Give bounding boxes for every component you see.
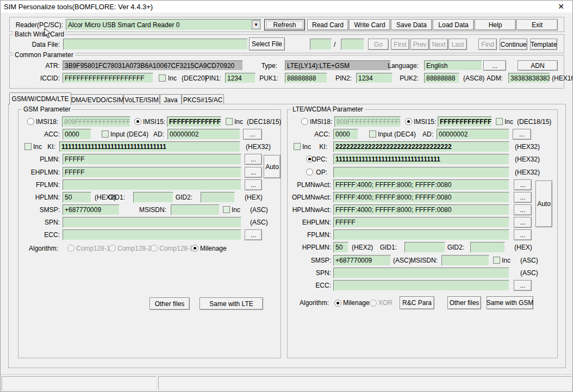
gsm-imsi-inc-checkbox[interactable] xyxy=(226,118,233,125)
record-index-input[interactable] xyxy=(310,39,332,50)
lte-plmnwact-label: PLMNwAct: xyxy=(288,179,331,190)
iccid-field[interactable]: FFFFFFFFFFFFFFFFFFFF xyxy=(63,73,153,83)
lte-same-with-gsm-button[interactable]: Same with GSM xyxy=(487,296,533,309)
lte-auto-button[interactable]: Auto xyxy=(535,181,552,227)
save-data-button[interactable]: Save Data xyxy=(391,19,432,30)
lte-oplmnwact-more-button[interactable]: ... xyxy=(514,192,532,203)
reader-combobox[interactable]: Alcor Micro USB Smart Card Reader 0 ▼ xyxy=(66,19,261,30)
pin2-field[interactable]: 1234 xyxy=(356,73,393,83)
gsm-gid1-field[interactable] xyxy=(133,192,173,203)
load-data-button[interactable]: Load Data xyxy=(433,19,474,30)
gsm-other-files-button[interactable]: Other files xyxy=(150,297,190,310)
record-total-input[interactable] xyxy=(341,39,364,50)
lte-op-field[interactable] xyxy=(333,167,509,178)
help-button[interactable]: Help xyxy=(475,19,516,30)
lte-fplmn-field[interactable] xyxy=(333,229,509,240)
gsm-ecc-field[interactable] xyxy=(63,229,241,240)
lte-ad-more-button[interactable]: ... xyxy=(513,129,531,140)
lte-plmnwact-more-button[interactable]: ... xyxy=(514,179,532,190)
language-field[interactable]: English xyxy=(424,60,482,71)
lte-gid1-field[interactable] xyxy=(404,242,445,253)
lte-imsi18-radio[interactable] xyxy=(301,118,308,125)
gsm-hplmn-field[interactable]: 50 xyxy=(63,192,91,203)
gsm-spn-field[interactable] xyxy=(63,217,241,228)
tab-pkcs15-ac[interactable]: PKCS#15/AC xyxy=(182,94,224,105)
chevron-down-icon[interactable]: ▼ xyxy=(252,20,260,29)
gsm-alg-milenage-radio[interactable] xyxy=(191,245,198,252)
iccid-inc-checkbox[interactable] xyxy=(159,74,166,82)
gsm-auto-button[interactable]: Auto xyxy=(264,155,281,178)
gsm-ad-field[interactable]: 00000002 xyxy=(167,129,240,140)
data-file-input[interactable] xyxy=(63,39,248,50)
gsm-acc-field[interactable]: 0000 xyxy=(63,129,91,140)
lte-hpplmn-field[interactable]: 50 xyxy=(333,242,348,253)
lte-imsi15-radio[interactable] xyxy=(405,118,412,125)
lte-smsp-field[interactable]: +687770009 xyxy=(333,255,391,266)
lte-imsi15-field[interactable]: FFFFFFFFFFFFFFF xyxy=(438,116,492,127)
template-button[interactable]: Template xyxy=(530,39,557,50)
gsm-fplmn-field[interactable] xyxy=(63,179,241,190)
close-icon[interactable]: ✕ xyxy=(553,2,569,11)
gsm-ecc-more-button[interactable]: ... xyxy=(245,229,262,240)
refresh-button[interactable]: Refresh xyxy=(264,19,305,30)
gsm-acc-input-checkbox[interactable] xyxy=(102,130,109,138)
write-card-button[interactable]: Write Card xyxy=(349,19,390,30)
lte-msisdn-field[interactable] xyxy=(441,255,489,266)
puk1-field[interactable]: 88888888 xyxy=(285,73,327,83)
gsm-ki-inc-checkbox[interactable] xyxy=(24,143,32,150)
gsm-same-with-lte-button[interactable]: Same with LTE xyxy=(200,297,263,310)
gsm-imsi15-radio[interactable] xyxy=(134,118,141,125)
gsm-ad-more-button[interactable]: ... xyxy=(243,129,262,140)
lte-plmnwact-field[interactable]: FFFFF:4000; FFFFF:8000; FFFFF:0080 xyxy=(333,179,509,190)
gsm-fplmn-more-button[interactable]: ... xyxy=(245,179,262,190)
lte-acc-field[interactable]: 0000 xyxy=(333,129,358,140)
adm-field[interactable]: 3838383838383838 xyxy=(508,73,550,83)
lte-ecc-field[interactable] xyxy=(333,280,509,291)
puk2-field[interactable]: 88888888 xyxy=(424,73,459,83)
lte-imsi-inc-checkbox[interactable] xyxy=(496,118,503,125)
lte-acc-input-checkbox[interactable] xyxy=(369,130,376,138)
lte-ecc-more-button[interactable]: ... xyxy=(514,280,532,291)
go-button: Go xyxy=(368,39,389,50)
tab-volte-isim[interactable]: VoLTE/ISIM xyxy=(123,94,160,105)
lte-ehplmn-field[interactable]: FFFFF xyxy=(333,217,509,228)
gsm-ehplmn-more-button[interactable]: ... xyxy=(245,167,262,178)
lte-imsi18-field[interactable]: 809FFFFFFFFFFFFFFF xyxy=(334,116,401,127)
tab-java[interactable]: Java xyxy=(160,94,182,105)
lte-gid2-field[interactable] xyxy=(470,242,505,253)
lte-alg-milenage-radio[interactable] xyxy=(334,300,341,307)
lte-ki-field[interactable]: 22222222222222222222222222222222 xyxy=(333,141,509,152)
gsm-plmn-field[interactable]: FFFFF xyxy=(63,154,241,165)
lte-ehplmn-more-button[interactable]: ... xyxy=(514,217,532,228)
lte-spn-field[interactable] xyxy=(333,267,509,278)
adn-button[interactable]: ADN xyxy=(518,60,558,71)
gsm-ki-field[interactable]: 11111111111111111111111111111111 xyxy=(59,141,240,152)
lte-other-files-button[interactable]: Other files xyxy=(447,296,481,309)
tab-cdma-evdo-csim[interactable]: CDMA/EVDO/CSIM xyxy=(67,94,123,105)
gsm-ehplmn-field[interactable]: FFFFF xyxy=(63,167,241,178)
gsm-imsi18-radio[interactable] xyxy=(27,118,34,125)
lte-opc-field[interactable]: 11111111111111111111111111111111 xyxy=(333,154,509,165)
continue-button[interactable]: Continue xyxy=(500,39,527,50)
read-card-button[interactable]: Read Card xyxy=(307,19,348,30)
gsm-msisdn-inc-checkbox[interactable] xyxy=(223,206,230,213)
exit-button[interactable]: Exit xyxy=(516,19,558,30)
lte-hplmnwact-more-button[interactable]: ... xyxy=(514,204,532,215)
pin1-field[interactable]: 1234 xyxy=(225,73,256,83)
select-file-button[interactable]: Select File xyxy=(249,38,285,51)
lte-msisdn-inc-checkbox[interactable] xyxy=(493,257,500,264)
lte-ki-inc-checkbox[interactable] xyxy=(294,143,301,150)
gsm-imsi18-field[interactable]: 809FFFFFFFFFFFFFFF xyxy=(62,116,130,127)
gsm-plmn-more-button[interactable]: ... xyxy=(245,154,262,165)
language-more-button[interactable]: ... xyxy=(483,60,506,71)
lte-ad-field[interactable]: 00000002 xyxy=(437,129,509,140)
gsm-imsi15-field[interactable]: FFFFFFFFFFFFFFF xyxy=(167,116,221,127)
lte-fplmn-more-button[interactable]: ... xyxy=(514,229,532,240)
lte-rc-para-button[interactable]: R&C Para xyxy=(400,296,434,309)
tab-gsm-wcdma-lte[interactable]: GSM/W/CDMA/LTE xyxy=(9,92,71,105)
lte-oplmnwact-field[interactable]: FFFFF:4000; FFFFF:8000; FFFFF:0080 xyxy=(333,192,509,203)
lte-hplmnwact-field[interactable]: FFFFF:4000; FFFFF:8000; FFFFF:0080 xyxy=(333,204,509,215)
gsm-msisdn-field[interactable] xyxy=(171,204,220,215)
gsm-gid2-field[interactable] xyxy=(201,192,235,203)
gsm-smsp-field[interactable]: +687770009 xyxy=(63,204,120,215)
